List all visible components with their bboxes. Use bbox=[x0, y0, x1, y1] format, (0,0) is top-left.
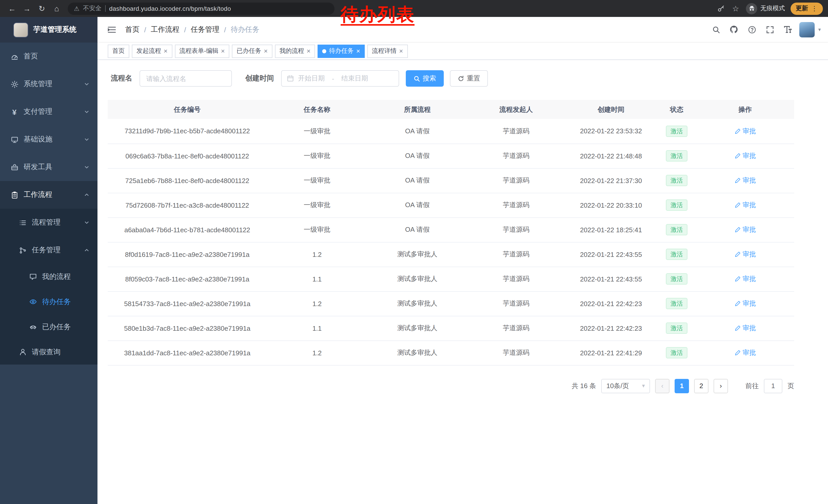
approve-link[interactable]: 审批 bbox=[734, 274, 756, 283]
initiator: 芋道源码 bbox=[503, 349, 529, 356]
browser-forward-button[interactable]: → bbox=[20, 2, 34, 15]
created-time: 2022-01-21 22:43:55 bbox=[580, 275, 642, 283]
process-name: 测试多审批人 bbox=[397, 324, 437, 332]
search-icon[interactable] bbox=[709, 23, 723, 36]
sidebar-item-payment[interactable]: ¥ 支付管理 bbox=[0, 98, 97, 126]
sidebar-item-label: 首页 bbox=[24, 52, 38, 61]
approve-link[interactable]: 审批 bbox=[734, 200, 756, 210]
gear-icon bbox=[10, 80, 18, 88]
font-size-icon[interactable] bbox=[781, 23, 795, 36]
page-button-1[interactable]: 1 bbox=[675, 379, 689, 393]
tab-process-detail[interactable]: 流程详情 × bbox=[367, 44, 408, 58]
browser-menu-icon[interactable]: ⋮ bbox=[811, 5, 818, 12]
process-name: OA 请假 bbox=[405, 152, 429, 159]
sidebar-item-devtools[interactable]: 研发工具 bbox=[0, 153, 97, 181]
update-label: 更新 bbox=[796, 4, 808, 13]
yen-icon: ¥ bbox=[10, 108, 18, 116]
tab-process-form-edit[interactable]: 流程表单-编辑 × bbox=[175, 44, 229, 58]
sidebar-item-home[interactable]: 首页 bbox=[0, 43, 97, 70]
update-button[interactable]: 更新 ⋮ bbox=[791, 2, 823, 15]
browser-reload-button[interactable]: ↻ bbox=[35, 2, 49, 15]
task-name: 一级审批 bbox=[304, 226, 330, 233]
sidebar-item-process-management[interactable]: 流程管理 bbox=[0, 209, 97, 236]
help-icon[interactable] bbox=[745, 23, 759, 36]
goto-page-input[interactable] bbox=[764, 379, 782, 393]
close-icon[interactable]: × bbox=[164, 48, 167, 54]
total-count: 共 16 条 bbox=[572, 381, 596, 391]
breadcrumb-item[interactable]: 首页 bbox=[125, 25, 139, 34]
tab-done-tasks[interactable]: 已办任务 × bbox=[232, 44, 272, 58]
approve-link[interactable]: 审批 bbox=[734, 151, 756, 161]
process-name: 测试多审批人 bbox=[397, 349, 437, 356]
logo-avatar bbox=[13, 22, 28, 37]
approve-link[interactable]: 审批 bbox=[734, 324, 756, 333]
close-icon[interactable]: × bbox=[221, 48, 225, 54]
page-button-2[interactable]: 2 bbox=[694, 379, 708, 393]
close-icon[interactable]: × bbox=[307, 48, 310, 54]
approve-link[interactable]: 审批 bbox=[734, 127, 756, 136]
initiator: 芋道源码 bbox=[503, 275, 529, 282]
avatar-caret-icon[interactable]: ▾ bbox=[818, 27, 821, 32]
approve-link[interactable]: 审批 bbox=[734, 348, 756, 357]
task-id: 8f059c03-7ac8-11ec-a9e2-a2380e71991a bbox=[125, 275, 249, 283]
table-row: 75d72608-7b7f-11ec-a3c8-acde48001122 一级审… bbox=[108, 193, 794, 217]
github-icon[interactable] bbox=[728, 23, 741, 36]
prev-page-button[interactable]: ‹ bbox=[655, 379, 669, 393]
hamburger-icon[interactable] bbox=[104, 21, 120, 38]
next-page-button[interactable]: › bbox=[714, 379, 728, 393]
close-icon[interactable]: × bbox=[399, 48, 403, 54]
approve-link[interactable]: 审批 bbox=[734, 250, 756, 259]
close-icon[interactable]: × bbox=[356, 48, 360, 54]
approve-link[interactable]: 审批 bbox=[734, 176, 756, 185]
sidebar-item-label: 研发工具 bbox=[24, 163, 52, 172]
fullscreen-icon[interactable] bbox=[763, 23, 777, 36]
sidebar-item-task-management[interactable]: 任务管理 bbox=[0, 236, 97, 264]
task-name: 1.1 bbox=[313, 275, 322, 283]
screen: ← → ↻ ⌂ ⚠ 不安全 dashboard.yudao.iocoder.cn… bbox=[0, 0, 828, 504]
created-time: 2022-01-21 22:43:55 bbox=[580, 250, 642, 258]
sidebar-item-system[interactable]: 系统管理 bbox=[0, 70, 97, 98]
breadcrumb-item[interactable]: 工作流程 bbox=[151, 25, 179, 34]
tab-home[interactable]: 首页 bbox=[108, 44, 129, 58]
breadcrumb-item[interactable]: 任务管理 bbox=[191, 25, 219, 34]
browser-home-button[interactable]: ⌂ bbox=[50, 2, 64, 15]
browser-right-controls: ☆ 无痕模式 更新 ⋮ bbox=[716, 2, 823, 15]
approve-link[interactable]: 审批 bbox=[734, 299, 756, 308]
task-name: 1.2 bbox=[313, 250, 322, 258]
tab-start-process[interactable]: 发起流程 × bbox=[132, 44, 172, 58]
close-icon[interactable]: × bbox=[264, 48, 267, 54]
sidebar-item-todo-tasks[interactable]: 待办任务 bbox=[0, 289, 97, 314]
sidebar-item-label: 任务管理 bbox=[32, 245, 60, 255]
approve-label: 审批 bbox=[743, 200, 756, 210]
page-size-value: 10条/页 bbox=[606, 381, 629, 391]
key-icon[interactable] bbox=[716, 4, 726, 13]
tab-todo-tasks[interactable]: 待办任务 × bbox=[318, 44, 365, 58]
sidebar-item-infrastructure[interactable]: 基础设施 bbox=[0, 126, 97, 153]
process-name-label: 流程名 bbox=[111, 74, 132, 83]
security-label: 不安全 bbox=[83, 4, 101, 13]
process-name-input[interactable] bbox=[139, 70, 232, 87]
logo[interactable]: 芋道管理系统 bbox=[0, 17, 97, 43]
browser-back-button[interactable]: ← bbox=[5, 2, 19, 15]
task-name: 一级审批 bbox=[304, 201, 330, 209]
sidebar-item-my-processes[interactable]: 我的流程 bbox=[0, 264, 97, 289]
task-id: 58154733-7ac8-11ec-a9e2-a2380e71991a bbox=[124, 300, 251, 307]
page-size-select[interactable]: 10条/页 ▾ bbox=[601, 379, 650, 393]
initiator: 芋道源码 bbox=[503, 127, 529, 135]
sidebar-item-workflow[interactable]: 工作流程 bbox=[0, 181, 97, 209]
avatar[interactable] bbox=[799, 22, 815, 37]
sidebar-item-leave-query[interactable]: 请假查询 bbox=[0, 339, 97, 365]
app-window: 芋道管理系统 首页 系统管理 ¥ 支付管理 bbox=[0, 17, 828, 504]
task-name: 1.1 bbox=[313, 324, 322, 332]
task-id: 580e1b3d-7ac8-11ec-a9e2-a2380e71991a bbox=[124, 324, 251, 332]
approve-link[interactable]: 审批 bbox=[734, 225, 756, 234]
created-time: 2022-01-22 23:53:32 bbox=[580, 127, 642, 135]
address-bar[interactable]: ⚠ 不安全 dashboard.yudao.iocoder.cn/bpm/tas… bbox=[68, 2, 334, 15]
bookmark-star-icon[interactable]: ☆ bbox=[731, 4, 740, 13]
search-button[interactable]: 搜索 bbox=[406, 70, 444, 87]
date-range-picker[interactable]: 开始日期 - 结束日期 bbox=[281, 70, 399, 87]
sidebar-item-done-tasks[interactable]: 已办任务 bbox=[0, 314, 97, 339]
reset-button[interactable]: 重置 bbox=[450, 70, 488, 87]
task-id: 381aa1dd-7ac8-11ec-a9e2-a2380e71991a bbox=[124, 349, 251, 357]
tab-my-processes[interactable]: 我的流程 × bbox=[275, 44, 315, 58]
